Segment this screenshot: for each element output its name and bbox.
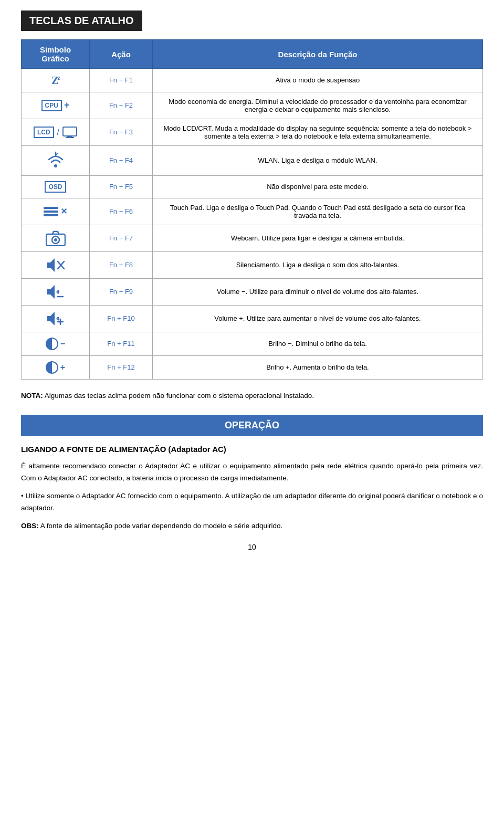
action-f11: Fn + F11 [90,332,153,355]
monitor-icon [62,127,77,138]
vol-up-icon [46,311,65,327]
action-f2: Fn + F2 [90,92,153,119]
table-row: Fn + F7 Webcam. Utilize para ligar e des… [22,225,483,251]
symbol-sleep: Zz [28,74,83,87]
note-label: NOTA: [21,392,43,400]
action-f8: Fn + F8 [90,251,153,278]
table-row: OSD Fn + F5 Não disponível para este mod… [22,175,483,198]
desc-f12: Brilho +. Aumenta o brilho da tela. [153,355,483,379]
obs-label: OBS: [21,522,39,530]
desc-f8: Silenciamento. Liga e desliga o som dos … [153,251,483,278]
table-row: + Fn + F12 Brilho +. Aumenta o brilho da… [22,355,483,379]
note-text: Algumas das teclas acima podem não funci… [45,392,314,400]
action-f5: Fn + F5 [90,175,153,198]
subsection-title-alimentacao: LIGANDO A FONTE DE ALIMENTAÇÃO (Adaptado… [21,445,483,454]
col-header-action: Ação [90,40,153,69]
desc-f2: Modo economia de energia. Diminui a velo… [153,92,483,119]
section-header-operacao: OPERAÇÃO [21,415,483,436]
body-text-p1: É altamente recomendado conectar o Adapt… [21,460,483,485]
wifi-icon [46,151,65,170]
symbol-bright-down: − [28,338,83,350]
col-header-desc: Descrição da Função [153,40,483,69]
action-f6: Fn + F6 [90,198,153,225]
desc-f3: Modo LCD/CRT. Muda a modalidade do displ… [153,119,483,145]
table-row: Zz Fn + F1 Ativa o modo de suspensão [22,69,483,92]
action-f12: Fn + F12 [90,355,153,379]
table-row: LCD / Fn + F3 Modo LCD/CRT. Muda a modal… [22,119,483,145]
action-f1: Fn + F1 [90,69,153,92]
symbol-lcd: LCD / [28,127,83,138]
desc-f6: Touch Pad. Liga e desliga o Touch Pad. Q… [153,198,483,225]
body-text-p3: OBS: A fonte de alimentação pode variar … [21,520,483,532]
svg-point-3 [54,164,57,167]
action-f7: Fn + F7 [90,225,153,251]
desc-f1: Ativa o modo de suspensão [153,69,483,92]
symbol-touchpad: ✕ [28,206,83,216]
body-text-p2: • Utilize somente o Adaptador AC forneci… [21,490,483,514]
svg-marker-12 [47,285,55,299]
symbol-osd: OSD [28,181,83,193]
shortcut-table: Simbolo Gráfico Ação Descrição da Função… [21,39,483,380]
mute-icon [46,257,65,273]
svg-rect-0 [63,127,77,136]
note-section: NOTA: Algumas das teclas acima podem não… [21,390,483,402]
desc-f10: Volume +. Utilize para aumentar o nível … [153,305,483,332]
symbol-camera [28,230,83,246]
table-row: Fn + F8 Silenciamento. Liga e desliga o … [22,251,483,278]
col-header-symbol: Simbolo Gráfico [22,40,90,69]
desc-f9: Volume −. Utilize para diminuir o nível … [153,278,483,305]
action-f3: Fn + F3 [90,119,153,145]
table-row: Fn + F4 WLAN. Liga e desliga o módulo WL… [22,145,483,175]
svg-rect-1 [67,136,72,137]
table-row: Fn + F10 Volume +. Utilize para aumentar… [22,305,483,332]
vol-down-icon [46,284,65,300]
desc-f11: Brilho −. Diminui o brilho da tela. [153,332,483,355]
desc-f5: Não disponível para este modelo. [153,175,483,198]
action-f10: Fn + F10 [90,305,153,332]
symbol-cpu: CPU + [28,100,83,111]
page-number: 10 [21,543,483,551]
symbol-bright-up: + [28,361,83,374]
svg-marker-9 [47,258,55,272]
desc-f7: Webcam. Utilize para ligar e desligar a … [153,225,483,251]
svg-point-8 [54,238,57,241]
symbol-vol-up [28,311,83,327]
table-row: − Fn + F11 Brilho −. Diminui o brilho da… [22,332,483,355]
action-f4: Fn + F4 [90,145,153,175]
action-f9: Fn + F9 [90,278,153,305]
table-row: ✕ Fn + F6 Touch Pad. Liga e desliga o To… [22,198,483,225]
table-row: CPU + Fn + F2 Modo economia de energia. … [22,92,483,119]
page-title: TECLAS DE ATALHO [21,10,142,31]
obs-text: A fonte de alimentação pode variar depen… [40,522,283,530]
table-row: Fn + F9 Volume −. Utilize para diminuir … [22,278,483,305]
svg-marker-14 [47,312,55,325]
desc-f4: WLAN. Liga e desliga o módulo WLAN. [153,145,483,175]
camera-icon [46,230,66,246]
symbol-mute [28,257,83,273]
symbol-vol-down [28,284,83,300]
symbol-wifi [28,151,83,170]
